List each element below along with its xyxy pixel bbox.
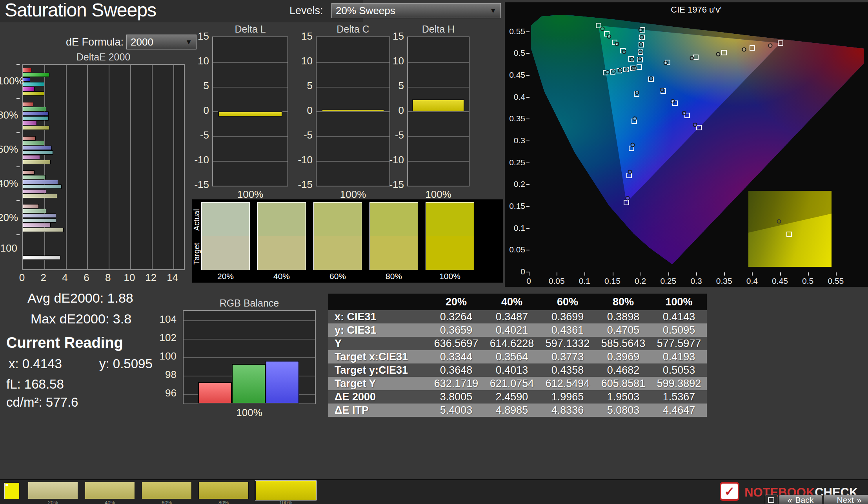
cie-measured-magenta-60	[671, 99, 675, 103]
sweep-thumbnail-label-100%[interactable]: 100%	[255, 500, 316, 504]
sweep-thumbnail-100%[interactable]	[255, 481, 316, 500]
de-bar-40%-5	[23, 194, 57, 198]
de-x-tick-label: 2	[36, 272, 51, 284]
delta-chart-Delta C	[316, 37, 390, 186]
delta-gridline	[317, 136, 389, 137]
table-cell: 4.4647	[651, 404, 707, 416]
delta-gridline	[408, 111, 469, 112]
current-y-value: y: 0.5095	[99, 356, 153, 371]
delta-y-tick-label: -10	[189, 154, 209, 166]
delta-y-tick-label: -5	[384, 129, 404, 141]
table-row: x: CIE310.32640.34870.36990.38980.4143	[328, 310, 707, 323]
swatch-60%	[313, 202, 362, 270]
cie-x-tick	[808, 272, 809, 276]
cie-zoom-inset-shade	[748, 191, 832, 267]
delta-gridline	[317, 111, 389, 112]
next-button[interactable]: Next »	[824, 495, 868, 504]
de-y-tick	[16, 64, 20, 65]
cie-x-tick	[668, 272, 669, 276]
sweep-thumbnail-label-40%[interactable]: 40%	[85, 500, 135, 504]
sweep-thumbnail-label-20%[interactable]: 20%	[28, 500, 78, 504]
cie-measured-whitepoint	[633, 66, 637, 71]
cie-measured-green-80	[607, 35, 611, 39]
table-cell: 614.6228	[484, 338, 540, 350]
cie-measured-yellow-20	[638, 57, 642, 61]
de-gridline	[66, 65, 67, 269]
delta-y-tick-label: -15	[189, 179, 209, 191]
patch-window-button[interactable]	[765, 495, 777, 504]
cie-x-tick-label: 0.3	[684, 276, 708, 286]
cie-x-tick-label: 0.25	[657, 276, 680, 286]
de-y-tick-label: 20%	[0, 212, 17, 224]
delta-bar-Delta H	[412, 99, 464, 112]
rgb-y-tick-label: 104	[157, 313, 177, 325]
rgb-gridline	[184, 357, 315, 358]
swatch-target-80%	[370, 236, 418, 270]
table-row-label: Target Y	[328, 378, 428, 390]
swatch-80%	[369, 202, 418, 270]
swatch-actual-60%	[314, 203, 362, 236]
delta-gridline	[213, 136, 288, 137]
sweep-thumbnail-60%[interactable]	[142, 482, 192, 499]
levels-dropdown[interactable]: 20% Sweeps ▼	[331, 3, 501, 18]
sweep-thumbnail-40%[interactable]	[85, 482, 135, 499]
table-cell: 4.8336	[540, 404, 595, 416]
table-header-cell: 40%	[484, 296, 540, 308]
de-bar-100%-5	[23, 91, 44, 96]
levels-value: 20% Sweeps	[336, 5, 395, 17]
sweep-thumbnail-label-80%[interactable]: 80%	[198, 500, 249, 504]
swatch-100%	[426, 202, 474, 270]
back-button[interactable]: « Back	[779, 495, 822, 504]
delta-y-tick-label: 5	[384, 80, 404, 92]
rgb-balance-chart-title: RGB Balance	[183, 298, 316, 309]
cie-x-tick	[529, 272, 530, 276]
de-formula-value: 2000	[131, 36, 153, 48]
check-glyph: ✓	[724, 484, 735, 499]
de-bar-100%-3	[23, 82, 44, 86]
sweep-thumbnail-label-60%[interactable]: 60%	[142, 500, 192, 504]
table-cell: 3.8005	[428, 391, 484, 403]
deltae2000-x-labels: 02468101214	[22, 272, 185, 285]
table-cell: 2.4590	[484, 391, 540, 403]
table-cell: 636.5697	[428, 338, 484, 350]
delta-gridline	[213, 161, 288, 162]
table-cell: 1.5367	[651, 391, 707, 403]
de-formula-dropdown[interactable]: 2000 ▼	[126, 35, 197, 49]
table-cell: 0.3344	[428, 351, 484, 363]
cie-measured-magenta-80	[682, 111, 686, 115]
cie-y-tick-label: 0.2	[505, 179, 525, 189]
de-bar-60%-4	[23, 155, 40, 159]
delta-gridline	[317, 161, 389, 162]
cie-measured-blue-20	[635, 90, 639, 95]
de-bar-80%-3	[23, 116, 49, 121]
sweep-thumbnail-80%[interactable]	[198, 482, 249, 499]
table-cell: 597.1332	[540, 338, 595, 350]
table-row-label: ΔE ITP	[328, 404, 428, 416]
table-cell: 599.3892	[651, 378, 707, 390]
cie-zoom-inset	[748, 191, 832, 267]
sweep-thumbnail-20%[interactable]	[28, 482, 78, 499]
de-y-tick	[16, 200, 20, 201]
table-header-cell: 100%	[651, 296, 707, 308]
de-bar-100%-1	[23, 73, 49, 77]
de-bar-100%-0	[23, 68, 31, 72]
rgb-y-tick-label: 98	[157, 369, 177, 381]
cie-measured-red-100	[768, 44, 773, 48]
cie-measured-green-20	[630, 57, 634, 61]
delta-y-tick-label: 15	[292, 30, 313, 42]
current-fl-value: fL: 168.58	[6, 377, 64, 392]
table-cell: 0.4193	[651, 351, 707, 363]
deltae2000-chart	[22, 64, 185, 270]
table-header-cell: 60%	[540, 296, 595, 308]
table-cell: 605.8581	[595, 378, 651, 390]
square-icon	[768, 497, 774, 503]
cie-x-tick-label: 0.5	[796, 276, 820, 286]
de-bar-80%-4	[23, 121, 37, 125]
target-label: Target	[192, 237, 201, 270]
current-patch-thumbnail[interactable]	[4, 483, 19, 499]
de-bar-40%-1	[23, 175, 45, 179]
current-cdm2-value: cd/m²: 577.6	[6, 395, 78, 410]
rgb-bar-B	[266, 361, 299, 404]
de-y-tick-label: 40%	[0, 177, 17, 190]
delta-gridline	[408, 161, 469, 162]
